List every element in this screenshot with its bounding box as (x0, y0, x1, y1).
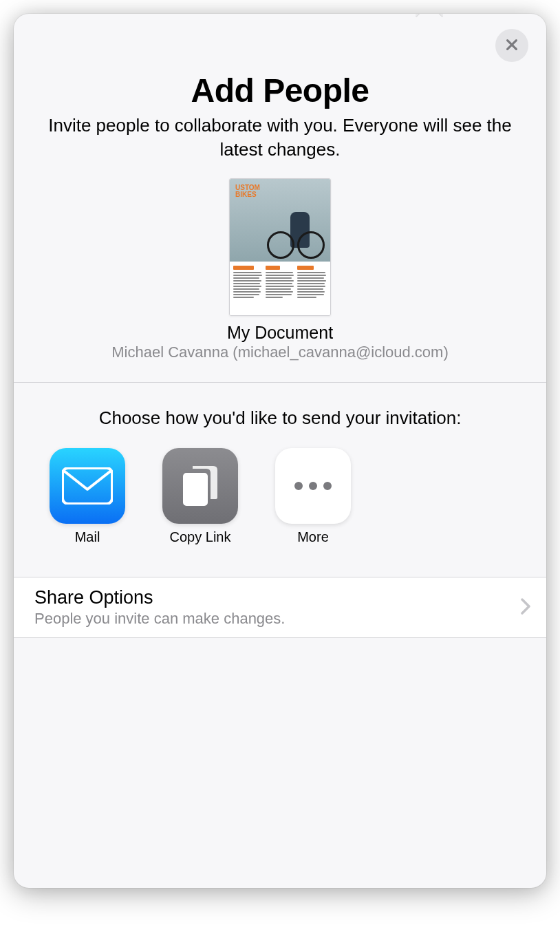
document-thumbnail: USTOM BIKES (229, 178, 331, 316)
close-button[interactable] (495, 29, 528, 62)
share-methods-row: Mail Copy Link More (14, 430, 546, 545)
share-copy-link-button[interactable]: Copy Link (162, 448, 238, 545)
share-options-title: Share Options (34, 587, 285, 608)
share-more-button[interactable]: More (275, 448, 351, 545)
invitation-prompt: Choose how you'd like to send your invit… (14, 383, 546, 430)
svg-point-4 (294, 482, 303, 490)
document-owner: Michael Cavanna (michael_cavanna@icloud.… (14, 343, 546, 361)
svg-point-5 (309, 482, 317, 490)
share-more-label: More (297, 529, 329, 545)
svg-rect-3 (183, 473, 208, 506)
share-mail-button[interactable]: Mail (50, 448, 125, 545)
add-people-popover: Add People Invite people to collaborate … (14, 14, 546, 888)
page-title: Add People (14, 72, 546, 109)
header: Add People Invite people to collaborate … (14, 14, 546, 162)
svg-rect-2 (63, 468, 112, 504)
popover-caret (416, 14, 443, 17)
share-copy-link-label: Copy Link (170, 529, 231, 545)
chevron-right-icon (520, 597, 531, 618)
svg-point-6 (323, 482, 332, 490)
page-subtitle: Invite people to collaborate with you. E… (14, 114, 546, 162)
more-icon (275, 448, 351, 524)
close-icon (504, 37, 519, 54)
document-name: My Document (14, 323, 546, 343)
mail-icon (50, 448, 125, 524)
copy-link-icon (162, 448, 238, 524)
doc-brand-line2: BIKES (235, 191, 257, 198)
share-options-row[interactable]: Share Options People you invite can make… (14, 577, 546, 638)
share-mail-label: Mail (75, 529, 100, 545)
share-options-subtitle: People you invite can make changes. (34, 610, 285, 628)
